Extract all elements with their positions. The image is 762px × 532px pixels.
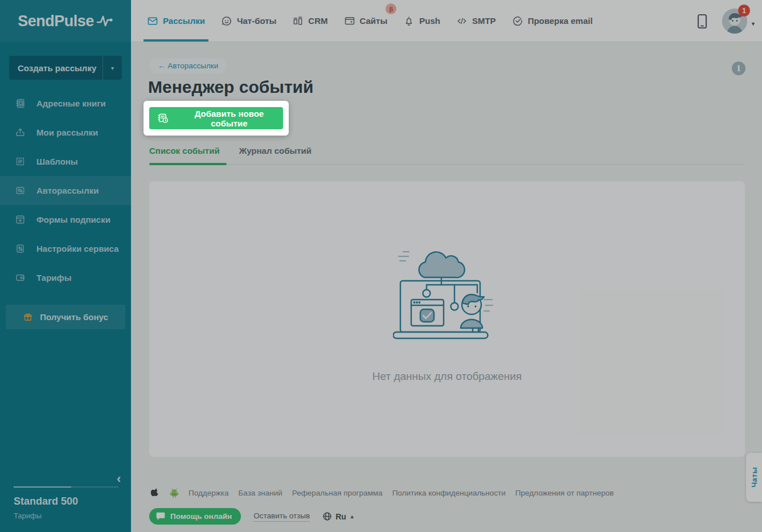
create-campaign-label: Создать рассылку [9,63,103,73]
campaigns-icon [15,127,26,138]
add-new-event-button[interactable]: Добавить новое событие [149,107,283,129]
sidebar-item-label: Настройки сервиса [36,244,118,253]
tab-events-log[interactable]: Журнал событий [239,146,318,164]
tab-label: SMTP [472,16,496,26]
footer-link-privacy-policy[interactable]: Политика конфиденциальности [392,489,506,497]
sidebar-item-label: Шаблоны [36,157,78,166]
add-new-event-label: Добавить новое событие [175,109,283,128]
templates-icon [15,156,26,167]
smartphone-icon[interactable] [697,14,707,31]
globe-icon [322,511,332,521]
chats-side-tab-label: Чаты [750,467,759,488]
crm-icon [292,15,304,27]
chatbot-icon [221,15,232,27]
chat-bubble-icon [156,512,165,521]
logo[interactable]: SendPulse [0,0,131,42]
sidebar-item-label: Адресные книги [36,99,106,108]
chats-side-tab[interactable]: Чаты [746,453,762,502]
chevron-up-icon: ▲ [350,514,355,519]
plan-name: Standard 500 [14,496,78,508]
sidebar-item-subscription-forms[interactable]: Формы подписки [0,205,131,234]
footer-link-knowledge-base[interactable]: База знаний [238,489,282,497]
plan-pricing-link[interactable]: Тарифы [14,511,42,520]
tab-label: Проверка email [528,16,593,26]
footer-links: Поддержка База знаний Реферальная програ… [150,487,614,498]
service-settings-icon [15,243,26,254]
empty-state-panel: Нет данных для отображения [149,181,745,457]
tab-label: Сайты [360,16,388,26]
plan-usage-bar [14,486,118,488]
sidebar-item-templates[interactable]: Шаблоны [0,147,131,176]
gift-icon [23,312,33,322]
tab-crm[interactable]: CRM [292,0,327,42]
pulse-icon [96,14,113,28]
automations-icon [15,185,26,196]
sidebar-nav: Адресные книги Мои рассылки Шаблоны Авто… [0,89,131,292]
tab-label: CRM [308,16,327,26]
language-label: Ru [335,512,346,521]
code-icon [456,15,468,27]
collapse-sidebar-chevron-icon[interactable]: ‹ [117,472,121,486]
sidebar-item-label: Формы подписки [36,215,110,224]
bell-icon [403,15,415,27]
apple-icon[interactable] [150,487,160,498]
pricing-icon [15,272,26,283]
events-tabs: Список событий Журнал событий [149,146,745,165]
online-help-label: Помощь онлайн [170,512,232,521]
logo-text: SendPulse [18,13,94,30]
sidebar: SendPulse Создать рассылку ▾ Адресные кн… [0,0,131,532]
sidebar-item-my-campaigns[interactable]: Мои рассылки [0,118,131,147]
footer-actions: Помощь онлайн Оставить отзыв Ru ▲ [149,508,355,525]
sidebar-item-label: Мои рассылки [36,128,98,137]
footer-link-referral-program[interactable]: Реферальная программа [292,489,383,497]
get-bonus-label: Получить бонус [40,312,108,322]
get-bonus-button[interactable]: Получить бонус [6,305,125,329]
top-navigation: Рассылки Чат-боты CRM Сайты β Push [131,0,762,42]
sidebar-item-automations[interactable]: Авторассылки [0,176,131,205]
sidebar-item-address-books[interactable]: Адресные книги [0,89,131,118]
tab-sites[interactable]: Сайты β [344,0,388,42]
tab-chatbots[interactable]: Чат-боты [221,0,276,42]
create-campaign-button[interactable]: Создать рассылку ▾ [9,56,122,80]
chevron-down-icon: ▼ [751,21,756,27]
tab-events-list[interactable]: Список событий [149,146,227,164]
tab-label: Push [419,16,440,26]
online-help-button[interactable]: Помощь онлайн [149,508,241,525]
chevron-down-icon[interactable]: ▾ [103,56,122,80]
tab-push[interactable]: Push [403,0,440,42]
tab-label: Чат-боты [237,16,276,26]
sidebar-item-service-settings[interactable]: Настройки сервиса [0,234,131,263]
notification-badge[interactable]: 1 [738,5,750,17]
sidebar-item-label: Авторассылки [36,186,99,195]
footer-link-partner-offers[interactable]: Предложения от партнеров [515,489,614,497]
event-icon [157,112,169,124]
page-title: Менеджер событий [148,77,313,97]
tab-smtp[interactable]: SMTP [456,0,496,42]
empty-state-text: Нет данных для отображения [149,370,745,383]
sidebar-item-pricing[interactable]: Тарифы [0,263,131,292]
envelope-icon [147,15,158,27]
empty-state-illustration [393,245,501,350]
tab-email-verification[interactable]: Проверка email [512,0,593,42]
sites-icon [344,15,355,27]
back-link-automations[interactable]: ← Авторассылки [149,58,227,73]
android-icon[interactable] [170,488,179,498]
address-book-icon [15,98,26,109]
tutorial-spotlight: Добавить новое событие [144,101,289,136]
subscription-forms-icon [15,214,26,225]
user-menu[interactable]: 1 ▼ [722,9,747,34]
leave-feedback-link[interactable]: Оставить отзыв [253,511,310,522]
tab-label: Рассылки [163,16,205,26]
beta-badge: β [386,3,396,14]
tab-email-campaigns[interactable]: Рассылки [147,0,205,42]
check-circle-icon [512,15,523,27]
footer-link-support[interactable]: Поддержка [189,489,228,497]
language-switcher[interactable]: Ru ▲ [322,511,355,521]
info-icon[interactable]: i [732,62,745,75]
sidebar-item-label: Тарифы [36,273,71,283]
